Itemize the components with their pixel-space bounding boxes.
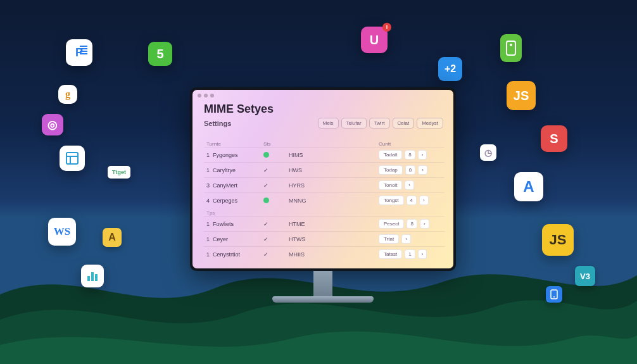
row-name: 1 Ceyer <box>206 236 263 242</box>
svg-rect-0 <box>66 153 78 164</box>
tab-4[interactable]: Medyst <box>417 118 443 129</box>
row-action-button[interactable]: Tongst <box>379 196 404 205</box>
row-type: HYRS <box>289 182 379 189</box>
row-type: MNNG <box>289 198 379 204</box>
row-name: 1 Fygonges <box>206 152 263 158</box>
app-icon-teal-box <box>60 146 85 171</box>
row-name: 1 Fowliets <box>206 221 263 227</box>
checkmark-icon: ✓ <box>263 182 268 189</box>
row-action-button[interactable]: Tonolt <box>379 180 402 190</box>
monitor-stand-base <box>272 296 374 303</box>
app-icon-five: 5 <box>148 42 172 66</box>
table-row: 1 FygongesHIMSTadait8› <box>204 147 445 162</box>
section-label: Tps <box>204 210 445 216</box>
tab-0[interactable]: Mels <box>318 118 339 129</box>
row-type: HWS <box>289 167 379 173</box>
app-icon-js-orange: JS <box>507 81 536 110</box>
app-icon-v: V3 <box>575 266 595 286</box>
row-action-button[interactable]: Tatast <box>379 249 402 259</box>
app-icon-tag: Ttget <box>108 166 130 179</box>
app-icon-u: U! <box>361 27 388 53</box>
table-row: 1 Fowliets✓HTMEPesect8› <box>204 216 445 231</box>
app-icon-js-yellow: JS <box>542 224 574 256</box>
chevron-right-icon[interactable]: › <box>418 165 427 175</box>
count-button[interactable]: 8 <box>405 150 415 160</box>
chevron-right-icon[interactable]: › <box>418 249 427 259</box>
row-action-button[interactable]: Trtat <box>379 234 399 244</box>
app-icon-swirl: ◎ <box>42 114 63 135</box>
svg-rect-6 <box>507 41 515 55</box>
checkmark-icon: ✓ <box>263 167 268 173</box>
tab-3[interactable]: Celat <box>393 118 415 129</box>
table-row: 1 Ceyer✓HTWSTrtat› <box>204 231 445 246</box>
count-button[interactable]: 8 <box>407 219 417 229</box>
app-icon-p: P <box>66 39 92 66</box>
app-icon-a-big: A <box>514 172 543 201</box>
page-title: MIME Setyes <box>204 103 445 116</box>
svg-point-7 <box>510 44 512 46</box>
app-icon-phone <box>546 286 562 303</box>
count-button[interactable]: 8 <box>405 165 415 175</box>
row-action-button[interactable]: Tadait <box>379 150 402 160</box>
row-name: 1 Caryltrye <box>206 167 263 173</box>
svg-rect-3 <box>87 276 90 281</box>
table-row: 1 Caryltrye✓HWSTodap8› <box>204 162 445 177</box>
monitor: MIME Setyes Settings Mels Telufar Twirt … <box>190 87 456 303</box>
chevron-right-icon[interactable]: › <box>418 150 427 160</box>
monitor-stand-neck <box>313 271 332 298</box>
app-icon-clock: ◷ <box>480 144 496 161</box>
row-action-button[interactable]: Pesect <box>379 219 404 229</box>
app-icon-g: g <box>58 85 77 104</box>
checkmark-icon: ✓ <box>263 251 268 258</box>
traffic-lights[interactable] <box>198 94 214 97</box>
tab-bar: Mels Telufar Twirt Celat Medyst <box>318 118 443 129</box>
column-headers: Turnte Sts Cuntt <box>204 141 445 147</box>
chevron-right-icon[interactable]: › <box>405 180 414 190</box>
row-type: HTME <box>289 221 379 227</box>
col-count: Cuntt <box>379 141 442 147</box>
row-type: HIMS <box>289 152 379 158</box>
svg-rect-4 <box>91 272 94 281</box>
table-row: 4 CerpegesMNNGTongst4› <box>204 192 445 208</box>
count-button[interactable]: 1 <box>405 249 415 259</box>
col-type <box>289 141 379 147</box>
row-name: 3 CanyMert <box>206 182 263 189</box>
table-row: 1 Cenystrtiot✓МHIISTatast1› <box>204 246 445 261</box>
svg-rect-5 <box>95 274 98 281</box>
checkmark-icon: ✓ <box>263 236 268 242</box>
app-icon-s-red: S <box>541 125 567 152</box>
count-button[interactable]: 4 <box>407 196 417 205</box>
row-type: МHIIS <box>289 251 379 258</box>
row-name: 1 Cenystrtiot <box>206 251 263 258</box>
app-icon-green-block <box>500 34 522 62</box>
row-action-button[interactable]: Todap <box>379 165 403 175</box>
chevron-right-icon[interactable]: › <box>401 234 411 244</box>
col-status: Sts <box>263 141 289 147</box>
tab-2[interactable]: Twirt <box>369 118 390 129</box>
monitor-bezel: MIME Setyes Settings Mels Telufar Twirt … <box>190 87 456 271</box>
status-dot-icon <box>263 152 269 158</box>
settings-window: MIME Setyes Settings Mels Telufar Twirt … <box>192 90 453 268</box>
table-row: 3 CanyMert✓HYRSTonolt› <box>204 177 445 192</box>
checkmark-icon: ✓ <box>263 221 268 227</box>
row-type: HTWS <box>289 236 379 242</box>
svg-point-9 <box>553 296 555 298</box>
app-icon-plus2: +2 <box>438 57 462 81</box>
status-dot-icon <box>263 198 269 203</box>
chevron-right-icon[interactable]: › <box>419 196 429 205</box>
app-icon-a-small: A <box>103 228 122 247</box>
chevron-right-icon[interactable]: › <box>420 219 429 229</box>
tab-1[interactable]: Telufar <box>341 118 367 129</box>
app-icon-ws: WS <box>48 218 76 246</box>
row-name: 4 Cerpeges <box>206 198 263 204</box>
app-icon-bars <box>81 265 104 287</box>
col-name: Turnte <box>206 141 263 147</box>
